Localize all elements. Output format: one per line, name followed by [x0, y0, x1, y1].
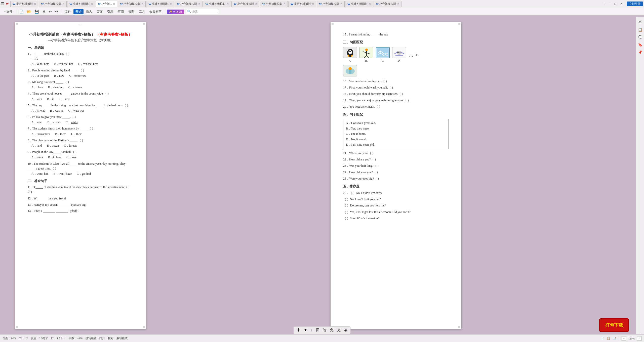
- search-input[interactable]: [192, 10, 217, 13]
- login-button[interactable]: 立即登录: [627, 2, 643, 6]
- tab-1[interactable]: W小升初模拟影✕: [39, 1, 67, 7]
- menu-文件[interactable]: 文件: [63, 9, 73, 14]
- tab-bar: ☰ W W小升初模拟影✕W小升初模拟影✕W小升初模拟影✕W小升初...✕W小升初…: [0, 0, 644, 8]
- menu-file[interactable]: ≡ 文件: [2, 9, 15, 14]
- svg-line-9: [367, 53, 370, 54]
- tab-6[interactable]: W小升初模拟影✕: [175, 1, 203, 7]
- tab-12[interactable]: W小升初模拟影✕: [345, 1, 373, 7]
- menu-页面[interactable]: 页面: [95, 9, 105, 14]
- bottom-icon-return[interactable]: 回: [315, 327, 320, 333]
- bottom-icon-zhong[interactable]: 中: [296, 327, 301, 333]
- toolbar-undo[interactable]: ↩: [47, 9, 53, 15]
- svg-line-8: [363, 52, 367, 53]
- tab-close[interactable]: ✕: [91, 3, 93, 5]
- page-divider: [619, 337, 619, 340]
- zoom-out-button[interactable]: −: [622, 336, 626, 341]
- match-d: D．No, it wasn't.: [346, 137, 446, 142]
- tab-close[interactable]: ✕: [141, 3, 143, 5]
- sidebar-icon-5[interactable]: 📌: [637, 49, 643, 55]
- corner-mark-bl: [16, 326, 18, 328]
- tab-close[interactable]: ✕: [340, 3, 342, 5]
- tab-close[interactable]: ✕: [62, 3, 64, 5]
- toolbar-redo[interactable]: ↪: [54, 9, 60, 15]
- svg-rect-20: [349, 70, 351, 74]
- toolbar-new[interactable]: 📄: [18, 9, 25, 15]
- status-bar: 页面：1/13 节：1/2 设置：2.5毫米 行：1 列：1 字数：4828 拼…: [0, 334, 644, 342]
- menu-插入[interactable]: 插入: [84, 9, 94, 14]
- tab-close[interactable]: ✕: [198, 3, 200, 5]
- download-button[interactable]: 打包下载: [599, 318, 629, 332]
- tab-label: 小升初模拟影: [124, 2, 140, 6]
- status-compare: 校对: [108, 336, 113, 340]
- page-scroll[interactable]: ⠿ 小升初模拟测试卷（有参考答案+解析） （有参考答案+解析） —小学英语六年级…: [0, 17, 636, 334]
- tab-w-icon: W: [262, 3, 265, 6]
- tab-2[interactable]: W小升初模拟影✕: [67, 1, 95, 7]
- drag-handle[interactable]: ⠿: [79, 23, 82, 27]
- zoom-level: 110%: [627, 337, 636, 340]
- close-button[interactable]: ✕: [619, 2, 624, 7]
- hamburger-icon[interactable]: ☰: [1, 2, 4, 6]
- bottom-icon-down[interactable]: ↓: [310, 328, 313, 333]
- tab-close[interactable]: ✕: [369, 3, 371, 5]
- new-tab-button[interactable]: +: [601, 1, 607, 7]
- bottom-icon-free[interactable]: 免: [329, 327, 335, 333]
- view-icon-1[interactable]: 📄: [601, 337, 604, 340]
- bottom-icon-clone[interactable]: 克: [336, 327, 342, 333]
- tab-4[interactable]: W小升初模拟影✕: [118, 1, 146, 7]
- q6-opt-a: A．wish: [31, 120, 42, 125]
- restore-button[interactable]: □: [613, 2, 618, 7]
- sidebar-icon-4[interactable]: 🔖: [637, 42, 643, 48]
- q5-opt-c: C．was; was: [68, 108, 85, 113]
- page-left: ⠿ 小升初模拟测试卷（有参考答案+解析） （有参考答案+解析） —小学英语六年级…: [15, 22, 146, 329]
- zoom-in-button[interactable]: +: [637, 336, 641, 341]
- wps-ai-button[interactable]: ✨ WPS AI: [167, 10, 184, 14]
- bottom-icon-add[interactable]: ⊕: [343, 328, 348, 333]
- right-sidebar: ⚙ 📋 💬 🔖 📌 ···: [636, 17, 644, 334]
- tab-3[interactable]: W小升初...✕: [96, 1, 117, 7]
- tab-13[interactable]: W小升初模拟影✕: [374, 1, 401, 7]
- view-icon-2[interactable]: 📋: [607, 337, 610, 340]
- view-icon-3[interactable]: 📑: [613, 337, 616, 340]
- tab-8[interactable]: W小升初模拟影✕: [231, 1, 259, 7]
- status-cursor: 行：1 列：1: [51, 336, 66, 340]
- tab-close[interactable]: ✕: [284, 3, 286, 5]
- bottom-icon-dropdown[interactable]: ▼: [303, 328, 308, 333]
- question-19: 19．Then, you can enjoy your swimming les…: [343, 98, 449, 103]
- status-mode: 兼容模式: [116, 336, 128, 340]
- toolbar-print[interactable]: 🖨: [41, 9, 47, 14]
- tab-10[interactable]: W小升初模拟影✕: [288, 1, 316, 7]
- menu-引用[interactable]: 引用: [105, 9, 115, 14]
- tab-close[interactable]: ✕: [312, 3, 314, 5]
- doc-title: 小升初模拟测试卷（有参考答案+解析） （有参考答案+解析）: [28, 32, 133, 37]
- question-21: 21．Where are you?（ ）: [343, 151, 449, 156]
- menu-bar: ≡ 文件 📄 📂 💾 🖨 ↩ ↪ 文件开始插入页面引用审阅视图工具会员专享 ✨ …: [0, 8, 644, 15]
- tab-close[interactable]: ✕: [34, 3, 36, 5]
- q8-opt-a: A．land: [31, 143, 42, 148]
- tab-close[interactable]: ✕: [255, 3, 257, 5]
- tab-close[interactable]: ✕: [397, 3, 399, 5]
- menu-审阅[interactable]: 审阅: [116, 9, 126, 14]
- toolbar-save[interactable]: 💾: [33, 9, 40, 15]
- tab-5[interactable]: W小升初模拟影✕: [146, 1, 174, 7]
- sidebar-icon-1[interactable]: ⚙: [637, 19, 643, 25]
- tab-11[interactable]: W小升初模拟影✕: [317, 1, 345, 7]
- tab-close[interactable]: ✕: [170, 3, 172, 5]
- bottom-icon-smart[interactable]: 智: [322, 327, 328, 333]
- q9-opt-b: B．to love: [48, 155, 61, 160]
- question-24: 24．How old were you?（ ）: [343, 170, 449, 175]
- menu-会员专享[interactable]: 会员专享: [147, 9, 164, 14]
- tab-0[interactable]: W小升初模拟影✕: [10, 1, 38, 7]
- sidebar-icon-2[interactable]: 📋: [637, 27, 643, 33]
- tab-close[interactable]: ✕: [113, 3, 115, 5]
- menu-视图[interactable]: 视图: [126, 9, 136, 14]
- menu-开始[interactable]: 开始: [73, 9, 84, 14]
- tab-9[interactable]: W小升初模拟影✕: [260, 1, 288, 7]
- question-18: 18．Next, you should do warm-up exercises…: [343, 92, 449, 96]
- svg-point-13: [379, 51, 381, 53]
- toolbar-open[interactable]: 📂: [25, 9, 33, 15]
- tab-close[interactable]: ✕: [227, 3, 229, 5]
- tab-7[interactable]: W小升初模拟影✕: [203, 1, 231, 7]
- menu-工具[interactable]: 工具: [137, 9, 147, 14]
- sidebar-icon-3[interactable]: 💬: [637, 34, 643, 40]
- minimize-button[interactable]: ─: [607, 2, 612, 7]
